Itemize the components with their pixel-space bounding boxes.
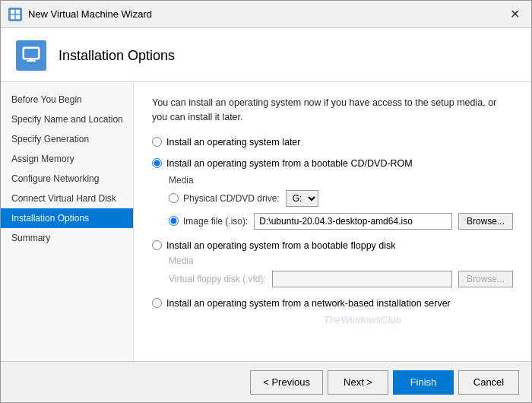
cdrom-media-label: Media: [169, 175, 513, 186]
physical-cd-row: Physical CD/DVD drive: G:: [169, 190, 513, 207]
radio-network-label[interactable]: Install an operating system from a netwo…: [152, 298, 513, 309]
header-icon: [16, 40, 46, 71]
physical-cd-select[interactable]: G:: [286, 190, 318, 207]
window-icon: [8, 8, 22, 21]
close-button[interactable]: ✕: [505, 5, 524, 24]
image-browse-button[interactable]: Browse...: [458, 213, 513, 230]
radio-image-label[interactable]: Image file (.iso):: [169, 216, 248, 227]
sidebar-item-4[interactable]: Configure Networking: [1, 169, 133, 189]
cdrom-media-section: Media Physical CD/DVD drive: G:: [169, 175, 513, 230]
option-network: Install an operating system from a netwo…: [152, 298, 513, 309]
content-area: Before You BeginSpecify Name and Locatio…: [1, 82, 531, 361]
main-wrapper: You can install an operating system now …: [134, 82, 531, 361]
radio-cdrom-text: Install an operating system from a boota…: [166, 158, 413, 169]
radio-network[interactable]: [152, 298, 162, 308]
footer: < Previous Next > Finish Cancel: [1, 361, 531, 402]
option-floppy: Install an operating system from a boota…: [152, 240, 513, 287]
radio-cdrom-label[interactable]: Install an operating system from a boota…: [152, 158, 513, 169]
sidebar-item-6[interactable]: Installation Options: [1, 208, 133, 228]
cancel-button[interactable]: Cancel: [458, 370, 519, 395]
sidebar-item-7[interactable]: Summary: [1, 228, 133, 248]
floppy-disk-row: Virtual floppy disk (.vfd): Browse...: [169, 271, 513, 287]
header-title: Installation Options: [59, 48, 175, 64]
finish-button[interactable]: Finish: [393, 370, 454, 395]
svg-rect-6: [27, 60, 36, 62]
title-bar-left: New Virtual Machine Wizard: [8, 8, 152, 21]
image-file-input[interactable]: D:\ubuntu-20.04.3-desktop-amd64.iso: [254, 213, 452, 230]
title-bar: New Virtual Machine Wizard ✕: [1, 1, 531, 28]
svg-rect-5: [24, 49, 38, 58]
sidebar-item-5[interactable]: Connect Virtual Hard Disk: [1, 189, 133, 208]
radio-floppy-text: Install an operating system from a boota…: [166, 240, 396, 251]
radio-cdrom[interactable]: [152, 158, 162, 168]
floppy-media-label: Media: [169, 255, 513, 266]
main-content: You can install an operating system now …: [134, 82, 531, 361]
radio-later[interactable]: [152, 137, 162, 147]
svg-rect-1: [16, 9, 20, 13]
wizard-header: Installation Options: [1, 28, 531, 82]
next-button[interactable]: Next >: [328, 370, 388, 395]
physical-cd-text: Physical CD/DVD drive:: [183, 193, 280, 204]
floppy-section: Media Virtual floppy disk (.vfd): Browse…: [169, 255, 513, 287]
window: New Virtual Machine Wizard ✕ Installatio…: [0, 0, 532, 403]
floppy-disk-text: Virtual floppy disk (.vfd):: [169, 274, 266, 284]
radio-later-label[interactable]: Install an operating system later: [152, 137, 513, 148]
previous-button[interactable]: < Previous: [250, 370, 323, 395]
floppy-browse-button[interactable]: Browse...: [458, 271, 513, 287]
svg-rect-2: [11, 14, 14, 18]
image-file-text: Image file (.iso):: [183, 216, 248, 227]
svg-rect-0: [11, 9, 14, 13]
window-title: New Virtual Machine Wizard: [28, 8, 152, 20]
option-cdrom: Install an operating system from a boota…: [152, 158, 513, 230]
sidebar-item-0[interactable]: Before You Begin: [1, 90, 133, 109]
floppy-disk-label: Virtual floppy disk (.vfd):: [169, 274, 266, 284]
description-text: You can install an operating system now …: [152, 96, 513, 125]
svg-rect-7: [29, 59, 33, 60]
radio-later-text: Install an operating system later: [166, 137, 300, 148]
option-install-later: Install an operating system later: [152, 137, 513, 148]
sidebar-item-3[interactable]: Assign Memory: [1, 149, 133, 169]
sidebar: Before You BeginSpecify Name and Locatio…: [1, 82, 134, 361]
sidebar-item-1[interactable]: Specify Name and Location: [1, 109, 133, 129]
sidebar-item-2[interactable]: Specify Generation: [1, 129, 133, 149]
radio-image-file[interactable]: [169, 216, 179, 226]
radio-floppy-label[interactable]: Install an operating system from a boota…: [152, 240, 513, 251]
floppy-disk-input[interactable]: [272, 271, 452, 287]
radio-floppy[interactable]: [152, 240, 162, 250]
radio-physical-cd[interactable]: [169, 193, 179, 203]
image-file-row: Image file (.iso): D:\ubuntu-20.04.3-des…: [169, 213, 513, 230]
svg-rect-3: [16, 14, 20, 18]
radio-network-text: Install an operating system from a netwo…: [166, 298, 451, 309]
radio-physical-cd-label[interactable]: Physical CD/DVD drive:: [169, 193, 280, 204]
